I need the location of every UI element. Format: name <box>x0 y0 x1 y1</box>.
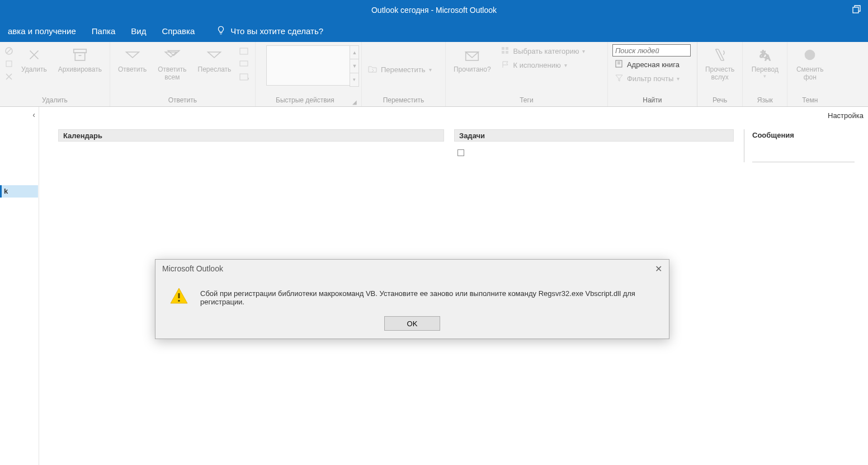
svg-rect-15 <box>506 51 508 54</box>
ribbon-group-speech: Прочесть вслух Речь <box>697 42 743 106</box>
close-icon[interactable]: ✕ <box>655 264 662 274</box>
junk-icon[interactable] <box>4 72 13 83</box>
group-label-quick: Быстрые действия <box>259 95 351 105</box>
forward-icon <box>205 45 224 64</box>
ribbon-group-quick: ▲ ▼ ▾ Быстрые действия ◢ <box>256 42 362 106</box>
svg-rect-3 <box>6 61 12 67</box>
chevron-down-icon: ▾ <box>763 73 766 79</box>
envelope-icon <box>463 45 482 64</box>
meeting-icon[interactable] <box>239 46 249 57</box>
read-aloud-icon <box>710 45 729 64</box>
svg-rect-12 <box>502 47 504 50</box>
tab-send-receive[interactable]: авка и получение <box>0 20 84 42</box>
chevron-down-icon: ▾ <box>582 48 585 54</box>
translate-icon: あA <box>756 45 775 64</box>
nav-selected-item[interactable]: k <box>0 185 38 198</box>
change-background-button[interactable]: Сменить фон <box>792 44 828 82</box>
ok-button[interactable]: OK <box>384 316 440 331</box>
ribbon: Удалить Архивировать Удалить Ответить <box>0 42 868 107</box>
ribbon-group-respond: Ответить Ответить всем Переслать ▾ Ответ… <box>110 42 256 106</box>
chevron-down-icon: ▾ <box>677 76 680 82</box>
gallery-up-icon[interactable]: ▲ <box>350 46 358 59</box>
error-dialog: Microsoft Outlook ✕ Сбой при регистрации… <box>155 259 669 339</box>
follow-up-button[interactable]: К исполнению ▾ <box>499 59 588 71</box>
messages-panel: Сообщения <box>744 129 855 162</box>
categorize-button[interactable]: Выбрать категорию ▾ <box>499 45 588 57</box>
filter-email-button[interactable]: Фильтр почты ▾ <box>612 73 691 84</box>
forward-button[interactable]: Переслать <box>194 44 236 74</box>
group-label-find: Найти <box>611 95 694 105</box>
reply-button[interactable]: Ответить <box>114 44 151 74</box>
dialog-title: Microsoft Outlook <box>162 264 223 273</box>
svg-rect-7 <box>240 48 248 54</box>
reply-icon <box>123 45 142 64</box>
group-label-move: Переместить <box>365 95 442 105</box>
ignore-icon[interactable] <box>4 46 13 57</box>
divider <box>752 162 855 162</box>
ribbon-group-move: Переместить ▾ Переместить <box>362 42 446 106</box>
reply-all-button[interactable]: Ответить всем <box>153 44 191 82</box>
messages-heading: Сообщения <box>752 129 855 142</box>
tell-me-search[interactable]: Что вы хотите сделать? <box>208 20 331 42</box>
svg-rect-13 <box>506 47 508 50</box>
title-bar: Outlook сегодня - Microsoft Outlook <box>0 0 868 20</box>
moon-icon <box>800 45 819 64</box>
archive-button[interactable]: Архивировать <box>54 44 106 74</box>
group-label-dark: Темн <box>791 95 829 105</box>
cleanup-icon[interactable] <box>4 59 13 70</box>
svg-rect-0 <box>853 7 858 13</box>
group-label-respond: Ответить <box>114 95 252 105</box>
more-respond-icon[interactable]: ▾ <box>239 72 249 83</box>
gallery-more-icon[interactable]: ▾ <box>350 73 358 86</box>
translate-button[interactable]: あA Перевод ▾ <box>747 44 783 80</box>
search-people-input[interactable] <box>612 44 691 57</box>
tab-view[interactable]: Вид <box>123 20 154 42</box>
address-book-icon <box>615 60 624 69</box>
restore-icon[interactable] <box>851 4 861 16</box>
svg-line-2 <box>7 49 11 53</box>
svg-rect-8 <box>240 61 248 66</box>
calendar-heading: Календарь <box>58 129 444 142</box>
svg-rect-4 <box>74 49 87 53</box>
ribbon-group-dark: Сменить фон Темн <box>787 42 832 106</box>
svg-rect-5 <box>75 53 85 60</box>
warning-icon <box>169 286 189 308</box>
group-label-tags: Теги <box>449 95 604 105</box>
address-book-button[interactable]: Адресная книга <box>612 59 691 71</box>
mark-read-button[interactable]: Прочитано? <box>449 44 496 74</box>
ribbon-tabs: авка и получение Папка Вид Справка Что в… <box>0 20 868 42</box>
svg-rect-23 <box>178 300 180 302</box>
tell-me-label: Что вы хотите сделать? <box>230 26 323 36</box>
collapse-chevron-icon[interactable]: ‹ <box>32 110 35 119</box>
categorize-icon <box>501 46 510 56</box>
tab-folder[interactable]: Папка <box>84 20 123 42</box>
svg-rect-22 <box>178 293 180 298</box>
dialog-launcher-icon[interactable]: ◢ <box>351 99 358 105</box>
group-label-speech: Речь <box>701 95 739 105</box>
svg-text:A: A <box>765 54 771 62</box>
task-checkbox[interactable] <box>457 149 464 156</box>
archive-icon <box>70 45 89 64</box>
read-aloud-button[interactable]: Прочесть вслух <box>701 44 739 82</box>
delete-button[interactable]: Удалить <box>17 44 51 74</box>
filter-icon <box>615 74 624 83</box>
delete-icon <box>25 45 44 64</box>
chevron-down-icon: ▾ <box>564 62 567 68</box>
svg-rect-9 <box>240 74 248 80</box>
flag-icon <box>501 60 510 70</box>
quick-steps-gallery[interactable]: ▲ ▼ ▾ <box>266 45 350 86</box>
navigation-pane: ‹ k <box>0 107 39 465</box>
svg-point-21 <box>805 50 815 60</box>
svg-rect-14 <box>502 51 504 54</box>
move-button[interactable]: Переместить ▾ <box>365 63 434 76</box>
gallery-down-icon[interactable]: ▼ <box>350 59 358 73</box>
customize-link[interactable]: Настройка <box>828 111 864 120</box>
group-label-delete: Удалить <box>3 95 106 105</box>
ribbon-group-tags: Прочитано? Выбрать категорию ▾ К исполне… <box>446 42 608 106</box>
im-icon[interactable] <box>239 59 249 70</box>
tab-help[interactable]: Справка <box>154 20 202 42</box>
lightbulb-icon <box>216 25 226 37</box>
tasks-heading: Задачи <box>454 129 734 142</box>
ribbon-group-find: Адресная книга Фильтр почты ▾ Найти <box>608 42 697 106</box>
tasks-panel: Задачи <box>454 129 734 162</box>
